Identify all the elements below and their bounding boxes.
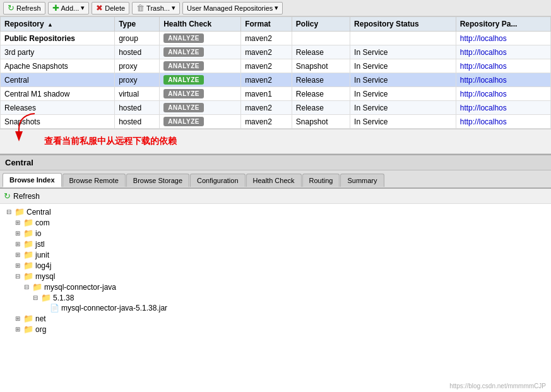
repo-status: In Service — [350, 73, 456, 87]
analyze-button[interactable]: ANALYZE — [163, 33, 204, 43]
repo-url[interactable]: http://localhos — [456, 87, 550, 101]
repo-health-check[interactable]: ANALYZE — [160, 101, 241, 115]
tree-item[interactable]: ⊞📁jstl — [14, 239, 546, 249]
tree-item[interactable]: ⊟📁mysql — [14, 271, 546, 282]
repo-type: proxy — [115, 73, 160, 87]
tree-item[interactable]: ⊟📁mysql-connector-java — [23, 282, 546, 292]
repo-health-check[interactable]: ANALYZE — [160, 73, 241, 87]
expand-icon[interactable]: ⊞ — [14, 219, 21, 226]
repo-health-check[interactable]: ANALYZE — [160, 59, 241, 73]
folder-icon: 📁 — [23, 229, 33, 238]
expand-icon[interactable]: ⊟ — [14, 273, 21, 280]
annotation-text: 查看当前私服中从远程下载的依赖 — [44, 136, 177, 147]
folder-icon: 📁 — [23, 239, 33, 249]
trash-button[interactable]: 🗑 Trash... ▾ — [132, 2, 180, 15]
col-health-check[interactable]: Health Check — [160, 17, 241, 32]
tree-item[interactable]: ⊞📁net — [14, 313, 546, 324]
tab-browse-remote[interactable]: Browse Remote — [62, 174, 126, 187]
add-button[interactable]: ✚ Add... ▾ — [48, 2, 90, 15]
analyze-button[interactable]: ANALYZE — [163, 117, 204, 126]
tree-item[interactable]: 📄mysql-connector-java-5.1.38.jar — [40, 303, 546, 313]
repo-health-check[interactable]: ANALYZE — [160, 87, 241, 101]
analyze-button[interactable]: ANALYZE — [163, 103, 204, 112]
table-row[interactable]: 3rd partyhostedANALYZEmaven2ReleaseIn Se… — [1, 45, 551, 59]
refresh-button[interactable]: ↻ Refresh — [3, 2, 45, 15]
folder-icon: 📁 — [23, 218, 33, 227]
analyze-button[interactable]: ANALYZE — [163, 89, 204, 98]
main-toolbar: ↻ Refresh ✚ Add... ▾ ✖ Delete 🗑 Trash...… — [0, 0, 551, 16]
repo-type: proxy — [115, 59, 160, 73]
analyze-button[interactable]: ANALYZE — [163, 47, 204, 57]
tree-root-item[interactable]: ⊟📁Central — [5, 206, 546, 217]
tree-item[interactable]: ⊞📁com — [14, 217, 546, 228]
expand-icon[interactable]: ⊞ — [14, 241, 21, 247]
col-type[interactable]: Type — [115, 17, 160, 32]
user-managed-dropdown-icon: ▾ — [275, 4, 278, 12]
expand-icon[interactable]: ⊞ — [14, 262, 21, 269]
annotation-area: 查看当前私服中从远程下载的依赖 — [0, 129, 551, 154]
repo-type: group — [115, 32, 160, 45]
delete-button[interactable]: ✖ Delete — [92, 2, 129, 15]
folder-icon: 📁 — [23, 271, 33, 281]
col-url[interactable]: Repository Pa... — [456, 17, 550, 32]
repo-format: maven2 — [241, 101, 292, 115]
expand-icon[interactable]: ⊟ — [23, 283, 30, 290]
repo-url[interactable]: http://localhos — [456, 73, 550, 87]
col-format[interactable]: Format — [241, 17, 292, 32]
repo-url[interactable]: http://localhos — [456, 59, 550, 73]
table-row[interactable]: CentralproxyANALYZEmaven2ReleaseIn Servi… — [1, 73, 551, 87]
table-row[interactable]: Public RepositoriesgroupANALYZEmaven2htt… — [1, 32, 551, 45]
repo-url[interactable]: http://localhos — [456, 32, 550, 45]
expand-icon[interactable] — [40, 305, 48, 312]
tree-label: net — [35, 314, 46, 323]
browse-refresh-label[interactable]: Refresh — [13, 192, 40, 201]
table-row[interactable]: ReleaseshostedANALYZEmaven2ReleaseIn Ser… — [1, 101, 551, 115]
col-policy[interactable]: Policy — [292, 17, 350, 32]
repo-url[interactable]: http://localhos — [456, 101, 550, 115]
expand-icon[interactable]: ⊞ — [14, 251, 21, 258]
tab-summary[interactable]: Summary — [340, 174, 384, 187]
folder-icon: 📁 — [32, 282, 42, 292]
tree-label: junit — [35, 251, 49, 259]
col-status[interactable]: Repository Status — [350, 17, 456, 32]
folder-icon: 📁 — [15, 207, 25, 217]
repo-url[interactable]: http://localhos — [456, 45, 550, 59]
tree-item[interactable]: ⊞📁log4j — [14, 260, 546, 271]
tab-routing[interactable]: Routing — [302, 174, 340, 187]
tree-item[interactable]: ⊞📁io — [14, 228, 546, 239]
expand-icon[interactable]: ⊟ — [5, 208, 13, 215]
repo-type: hosted — [115, 101, 160, 115]
repo-format: maven2 — [241, 73, 292, 87]
user-managed-label: User Managed Repositories — [187, 4, 273, 12]
repo-policy: Release — [292, 73, 350, 87]
tree-item[interactable]: ⊞📁junit — [14, 249, 546, 260]
refresh-label: Refresh — [16, 4, 41, 12]
expand-icon[interactable]: ⊞ — [14, 230, 21, 237]
expand-icon[interactable]: ⊞ — [14, 326, 21, 333]
col-repository[interactable]: Repository ▲ — [1, 17, 115, 32]
tab-browse-storage[interactable]: Browse Storage — [126, 174, 189, 187]
repo-policy: Snapshot — [292, 115, 350, 129]
expand-icon[interactable]: ⊟ — [32, 294, 39, 301]
user-managed-button[interactable]: User Managed Repositories ▾ — [182, 2, 283, 15]
table-row[interactable]: Central M1 shadowvirtualANALYZEmaven1Rel… — [1, 87, 551, 101]
repo-health-check[interactable]: ANALYZE — [160, 32, 241, 45]
analyze-button[interactable]: ANALYZE — [163, 75, 204, 85]
tree-item[interactable]: ⊞📁org — [14, 324, 546, 335]
trash-dropdown-icon: ▾ — [172, 4, 175, 12]
repo-url[interactable]: http://localhos — [456, 115, 550, 129]
repo-format: maven2 — [241, 32, 292, 45]
tab-configuration[interactable]: Configuration — [190, 174, 245, 187]
repo-health-check[interactable]: ANALYZE — [160, 45, 241, 59]
analyze-button[interactable]: ANALYZE — [163, 61, 204, 71]
tab-browse-index[interactable]: Browse Index — [3, 173, 62, 187]
expand-icon[interactable]: ⊞ — [14, 315, 21, 322]
tree-item[interactable]: ⊟📁5.1.38 — [32, 292, 546, 303]
repo-health-check[interactable]: ANALYZE — [160, 115, 241, 129]
tree-container: ⊟📁Central⊞📁com⊞📁io⊞📁jstl⊞📁junit⊞📁log4j⊟📁… — [0, 204, 551, 355]
tab-health-check[interactable]: Health Check — [246, 174, 302, 187]
folder-icon: 📁 — [23, 261, 33, 270]
table-row[interactable]: Apache SnapshotsproxyANALYZEmaven2Snapsh… — [1, 59, 551, 73]
tree-label: log4j — [35, 261, 51, 270]
table-row[interactable]: SnapshotshostedANALYZEmaven2SnapshotIn S… — [1, 115, 551, 129]
